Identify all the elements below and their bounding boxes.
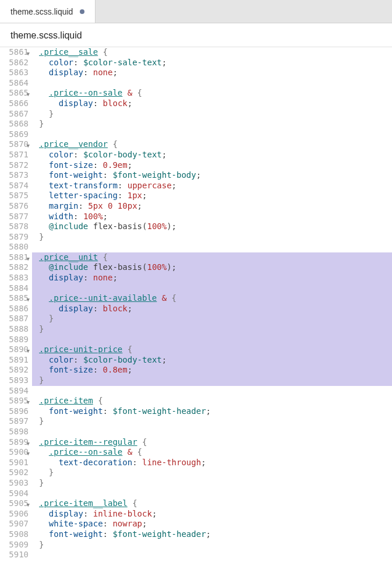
code-line[interactable]: .price__unit { [32,252,392,263]
gutter-line: 5875 [0,191,29,201]
gutter-line: 5870▼ [0,139,29,150]
code-line[interactable]: .price__sale { [32,47,392,58]
gutter-line: 5888 [0,324,29,335]
gutter-line: 5881▼ [0,252,29,263]
gutter-line: 5864 [0,78,29,89]
code-content[interactable]: .price__sale { color: $color-sale-text; … [32,47,392,560]
code-line[interactable]: width: 100%; [32,212,392,222]
gutter-line: 5899▼ [0,437,29,448]
code-line[interactable]: .price-item__label { [32,498,392,509]
tab-bar: theme.scss.liquid [0,0,392,23]
gutter-line: 5891 [0,355,29,366]
code-line[interactable]: display: none; [32,68,392,78]
gutter-line: 5906 [0,509,29,519]
gutter-line: 5865▼ [0,88,29,99]
code-line[interactable]: color: $color-body-text; [32,355,392,366]
gutter-line: 5894 [0,386,29,396]
code-line[interactable] [32,129,392,140]
code-line[interactable]: } [32,109,392,120]
code-line[interactable]: letter-spacing: 1px; [32,191,392,201]
gutter-line: 5898 [0,427,29,437]
gutter-line: 5897 [0,416,29,427]
gutter-line: 5876 [0,201,29,212]
gutter-line: 5874 [0,181,29,191]
gutter-line: 5889 [0,335,29,345]
code-line[interactable]: .price--on-sale & { [32,447,392,458]
code-line[interactable]: font-weight: $font-weight-header; [32,406,392,417]
line-gutter: 5861▼5862586358645865▼586658675868586958… [0,47,32,560]
gutter-line: 5909 [0,540,29,550]
gutter-line: 5862 [0,58,29,68]
code-line[interactable]: color: $color-sale-text; [32,58,392,68]
gutter-line: 5871 [0,150,29,160]
gutter-line: 5878 [0,222,29,232]
code-line[interactable]: .price-unit-price { [32,345,392,355]
code-line[interactable]: display: inline-block; [32,509,392,519]
code-line[interactable]: font-weight: $font-weight-body; [32,170,392,181]
gutter-line: 5893 [0,375,29,386]
gutter-line: 5872 [0,160,29,171]
code-line[interactable]: color: $color-body-text; [32,150,392,160]
gutter-line: 5885▼ [0,293,29,304]
gutter-line: 5883 [0,273,29,283]
code-line[interactable]: } [32,314,392,324]
code-line[interactable]: display: block; [32,99,392,109]
gutter-line: 5905▼ [0,498,29,509]
code-line[interactable]: } [32,324,392,335]
code-line[interactable] [32,335,392,345]
breadcrumb: theme.scss.liquid [0,23,392,47]
code-line[interactable]: font-size: 0.8em; [32,365,392,375]
code-line[interactable]: } [32,375,392,386]
tab-label: theme.scss.liquid [10,7,73,16]
code-line[interactable] [32,242,392,252]
code-line[interactable] [32,386,392,396]
code-line[interactable]: text-decoration: line-through; [32,458,392,468]
code-line[interactable]: font-size: 0.9em; [32,160,392,171]
code-line[interactable] [32,489,392,499]
gutter-line: 5886 [0,304,29,314]
gutter-line: 5880 [0,242,29,252]
code-line[interactable]: display: block; [32,304,392,314]
gutter-line: 5896 [0,406,29,417]
code-line[interactable]: } [32,540,392,550]
code-line[interactable]: } [32,416,392,427]
gutter-line: 5895▼ [0,396,29,406]
gutter-line: 5868 [0,119,29,129]
code-line[interactable]: .price--on-sale & { [32,88,392,99]
code-line[interactable]: margin: 5px 0 10px; [32,201,392,212]
gutter-line: 5863 [0,68,29,78]
code-line[interactable]: } [32,468,392,478]
code-line[interactable] [32,283,392,294]
code-line[interactable]: display: none; [32,273,392,283]
code-line[interactable]: white-space: nowrap; [32,519,392,529]
gutter-line: 5869 [0,129,29,140]
gutter-line: 5901 [0,458,29,468]
code-line[interactable]: font-weight: $font-weight-header; [32,529,392,540]
gutter-line: 5902 [0,468,29,478]
code-line[interactable]: .price__vendor { [32,139,392,150]
code-line[interactable] [32,427,392,437]
gutter-line: 5903 [0,478,29,489]
code-line[interactable]: } [32,232,392,243]
code-line[interactable]: .price-item--regular { [32,437,392,448]
code-line[interactable]: @include flex-basis(100%); [32,222,392,232]
modified-indicator-icon [80,9,84,14]
code-line[interactable]: .price--unit-available & { [32,293,392,304]
gutter-line: 5908 [0,529,29,540]
code-line[interactable]: text-transform: uppercase; [32,181,392,191]
gutter-line: 5882 [0,262,29,273]
gutter-line: 5904 [0,489,29,499]
gutter-line: 5907 [0,519,29,529]
code-editor[interactable]: 5861▼5862586358645865▼586658675868586958… [0,47,392,560]
gutter-line: 5873 [0,170,29,181]
code-line[interactable]: } [32,119,392,129]
tab-file[interactable]: theme.scss.liquid [0,0,96,23]
code-line[interactable] [32,550,392,560]
code-line[interactable]: @include flex-basis(100%); [32,262,392,273]
gutter-line: 5900▼ [0,447,29,458]
code-line[interactable]: } [32,478,392,489]
code-line[interactable]: .price-item { [32,396,392,406]
gutter-line: 5861▼ [0,47,29,58]
gutter-line: 5910 [0,550,29,560]
code-line[interactable] [32,78,392,89]
